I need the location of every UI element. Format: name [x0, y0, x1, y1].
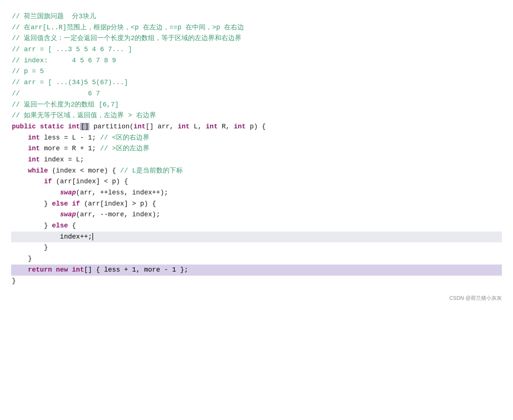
watermark-text: CSDN @荷兰猪小灰灰 — [11, 294, 502, 302]
line-4: // arr = [ ...3 5 5 4 6 7... ] — [11, 44, 502, 55]
line-else: } else { — [11, 220, 502, 232]
line-return: return new int[] { less + 1, more - 1 }; — [11, 265, 502, 276]
line-2: // 在arr[L..R]范围上，根据p分块，<p 在左边，==p 在中间，>p… — [11, 22, 502, 33]
line-index-init: int index = L; — [11, 154, 502, 165]
line-close-while: } — [11, 253, 502, 265]
line-more: int more = R + 1; // >区的左边界 — [11, 143, 502, 154]
line-index-inc: index++; — [11, 232, 502, 243]
line-else-if: } else if (arr[index] > p) { — [11, 198, 502, 210]
line-close-else: } — [11, 242, 502, 253]
line-while: while (index < more) { // L是当前数的下标 — [11, 165, 502, 177]
line-if: if (arr[index] < p) { — [11, 176, 502, 187]
code-block: // 荷兰国旗问题 分3块儿 // 在arr[L..R]范围上，根据p分块，<p… — [11, 7, 502, 290]
line-close-method: } — [11, 276, 502, 287]
line-10: // 如果无等于区域，返回值，左边界 > 右边界 — [11, 110, 502, 121]
line-swap2: swap(arr, --more, index); — [11, 209, 502, 220]
line-8: // 6 7 — [11, 88, 502, 99]
line-6: // p = 5 — [11, 66, 502, 77]
line-1: // 荷兰国旗问题 分3块儿 — [11, 11, 502, 22]
line-9: // 返回一个长度为2的数组 [6,7] — [11, 99, 502, 111]
line-signature: public static int[] partition(int[] arr,… — [11, 121, 502, 132]
line-3: // 返回值含义：一定会返回一个长度为2的数组，等于区域的左边界和右边界 — [11, 33, 502, 44]
line-swap1: swap(arr, ++less, index++); — [11, 187, 502, 198]
line-5: // index: 4 5 6 7 8 9 — [11, 55, 502, 66]
line-less: int less = L - 1; // <区的右边界 — [11, 132, 502, 144]
line-7: // arr = [ ...(34)5 5(67)...] — [11, 77, 502, 88]
